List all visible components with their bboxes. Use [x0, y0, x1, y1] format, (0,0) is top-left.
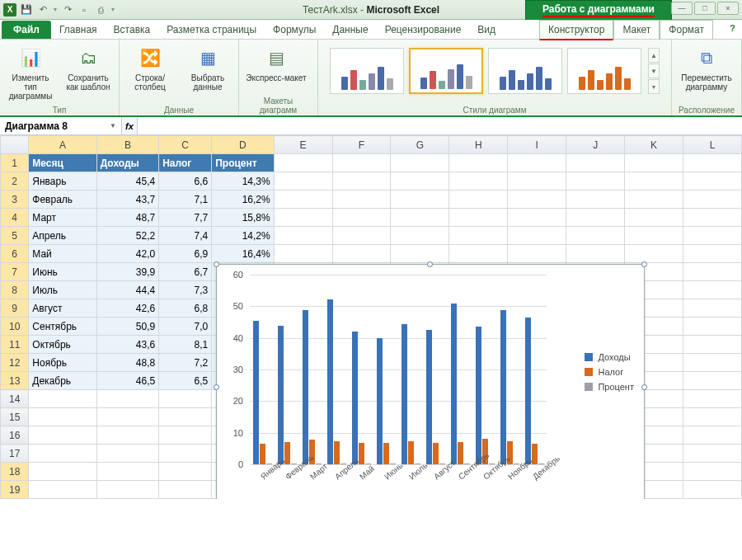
table-cell[interactable]: 43,6: [96, 336, 158, 354]
table-header-cell[interactable]: Доходы: [96, 154, 158, 172]
quick-layout-button[interactable]: ▤ Экспресс-макет: [244, 43, 308, 96]
cell[interactable]: [625, 245, 683, 263]
chart-style-1[interactable]: [330, 48, 404, 94]
cell[interactable]: [683, 426, 742, 445]
save-as-template-button[interactable]: 🗂 Сохранить как шаблон: [63, 43, 114, 105]
table-cell[interactable]: 14,2%: [212, 227, 274, 245]
cell[interactable]: [683, 408, 742, 426]
cell[interactable]: [508, 227, 566, 245]
bar-Налог[interactable]: [260, 444, 265, 464]
table-header-cell[interactable]: Процент: [212, 154, 274, 172]
table-cell[interactable]: 43,7: [96, 191, 158, 209]
cell[interactable]: [332, 245, 391, 263]
tab-view[interactable]: Вид: [469, 21, 504, 39]
bar-Доходы[interactable]: [253, 321, 259, 464]
table-cell[interactable]: Август: [29, 299, 96, 318]
cell[interactable]: [683, 172, 742, 191]
cell[interactable]: [683, 445, 742, 463]
tab-home[interactable]: Главная: [51, 21, 106, 39]
cell[interactable]: [29, 426, 96, 445]
cell[interactable]: [625, 154, 683, 172]
table-cell[interactable]: 7,4: [159, 227, 212, 245]
row-header-1[interactable]: 1: [1, 154, 29, 172]
cell[interactable]: [683, 354, 742, 372]
cell[interactable]: [274, 245, 332, 263]
row-header-3[interactable]: 3: [1, 191, 29, 209]
chart-style-3[interactable]: [488, 48, 562, 94]
tab-file[interactable]: Файл: [2, 21, 51, 39]
maximize-button[interactable]: □: [694, 2, 716, 15]
table-cell[interactable]: 42,0: [96, 245, 158, 263]
bar-Налог[interactable]: [408, 441, 414, 464]
cell[interactable]: [625, 227, 683, 245]
table-cell[interactable]: 8,1: [159, 336, 212, 354]
chart-style-4[interactable]: [567, 48, 641, 94]
col-header-D[interactable]: D: [212, 136, 274, 154]
table-cell[interactable]: Май: [29, 245, 96, 263]
cell[interactable]: [332, 209, 391, 227]
cell[interactable]: [391, 245, 449, 263]
table-cell[interactable]: 6,6: [159, 172, 212, 191]
close-button[interactable]: ×: [717, 2, 739, 15]
table-cell[interactable]: 15,8%: [212, 209, 274, 227]
bar-Налог[interactable]: [334, 441, 340, 464]
bar-Доходы[interactable]: [402, 324, 407, 464]
cell[interactable]: [566, 154, 625, 172]
cell[interactable]: [508, 191, 566, 209]
cell[interactable]: [625, 191, 683, 209]
tab-design[interactable]: Конструктор: [539, 20, 613, 40]
row-header-4[interactable]: 4: [1, 209, 29, 227]
table-cell[interactable]: Апрель: [29, 227, 96, 245]
select-data-button[interactable]: ▦ Выбрать данные: [182, 43, 233, 105]
cell[interactable]: [96, 426, 158, 445]
cell[interactable]: [391, 172, 449, 191]
cell[interactable]: [159, 426, 212, 445]
cell[interactable]: [683, 463, 742, 481]
tab-insert[interactable]: Вставка: [106, 21, 159, 39]
qat-dropdown-icon[interactable]: ▾: [110, 6, 115, 13]
table-cell[interactable]: 6,7: [159, 263, 212, 281]
cell[interactable]: [683, 191, 742, 209]
row-header-6[interactable]: 6: [1, 245, 29, 263]
bar-Доходы[interactable]: [352, 332, 358, 464]
col-header-I[interactable]: I: [508, 136, 566, 154]
row-header-12[interactable]: 12: [1, 354, 29, 372]
row-header-7[interactable]: 7: [1, 263, 29, 281]
chart-plot-area[interactable]: [250, 275, 547, 464]
cell[interactable]: [683, 481, 742, 499]
table-cell[interactable]: 46,5: [96, 372, 158, 390]
table-cell[interactable]: Сентябрь: [29, 318, 96, 336]
cell[interactable]: [159, 445, 212, 463]
cell[interactable]: [683, 245, 742, 263]
table-cell[interactable]: 16,2%: [212, 191, 274, 209]
name-box-dropdown-icon[interactable]: ▼: [110, 122, 116, 129]
select-all[interactable]: [1, 136, 29, 154]
row-header-2[interactable]: 2: [1, 172, 29, 191]
table-cell[interactable]: Июль: [29, 281, 96, 299]
table-cell[interactable]: 42,6: [96, 299, 158, 318]
bar-Налог[interactable]: [383, 443, 389, 464]
cell[interactable]: [391, 209, 449, 227]
col-header-L[interactable]: L: [683, 136, 742, 154]
redo-icon[interactable]: ↷: [61, 3, 74, 16]
cell[interactable]: [508, 154, 566, 172]
cell[interactable]: [29, 481, 96, 499]
cell[interactable]: [566, 245, 625, 263]
tab-formulas[interactable]: Формулы: [265, 21, 324, 39]
cell[interactable]: [449, 172, 508, 191]
tab-page-layout[interactable]: Разметка страницы: [158, 21, 265, 39]
cell[interactable]: [332, 191, 391, 209]
cell[interactable]: [159, 481, 212, 499]
cell[interactable]: [449, 191, 508, 209]
cell[interactable]: [683, 372, 742, 390]
bar-Доходы[interactable]: [278, 326, 284, 464]
col-header-C[interactable]: C: [159, 136, 212, 154]
undo-icon[interactable]: ↶: [36, 3, 49, 16]
table-cell[interactable]: Январь: [29, 172, 96, 191]
cell[interactable]: [566, 209, 625, 227]
cell[interactable]: [566, 227, 625, 245]
table-cell[interactable]: 52,2: [96, 227, 158, 245]
row-header-5[interactable]: 5: [1, 227, 29, 245]
cell[interactable]: [274, 191, 332, 209]
table-cell[interactable]: Март: [29, 209, 96, 227]
